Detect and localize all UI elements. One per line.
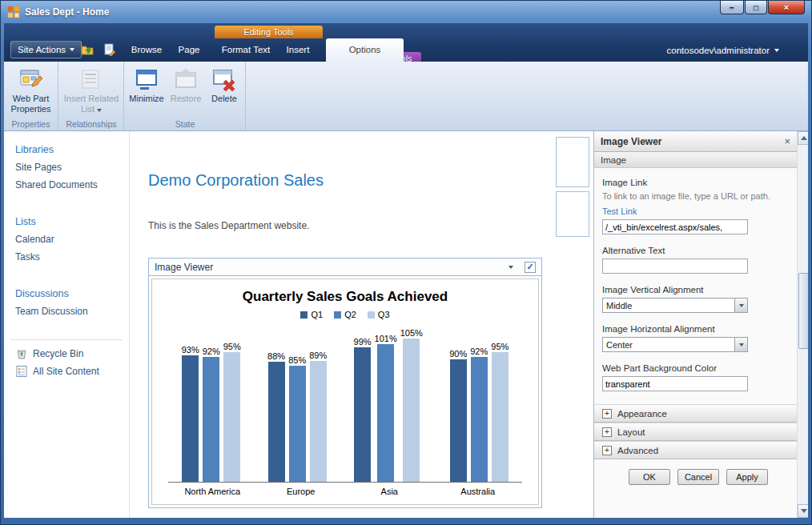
chart-title: Quarterly Sales Goals Achieved	[152, 289, 538, 307]
webpart-header[interactable]: Image Viewer ✓	[148, 258, 542, 276]
empty-web-part-zone[interactable]	[556, 191, 589, 237]
tab-browse[interactable]: Browse	[126, 38, 167, 62]
delete-webpart-button[interactable]: Delete	[206, 63, 243, 106]
webpart-selected-checkbox[interactable]: ✓	[525, 262, 536, 273]
legend-item: Q2	[334, 310, 356, 319]
scroll-up-button[interactable]	[798, 131, 808, 145]
site-actions-menu[interactable]: Site Actions	[10, 41, 82, 58]
bar	[203, 357, 219, 482]
tab-format-text[interactable]: Format Text	[217, 38, 275, 62]
sidebar-item-calendar[interactable]: Calendar	[4, 230, 129, 248]
bar-value-label: 89%	[309, 351, 327, 360]
page-content: Demo Corporation Sales This is the Sales…	[131, 131, 593, 518]
button-label: Insert Related List	[62, 94, 121, 114]
site-content-icon	[15, 365, 28, 378]
tab-page[interactable]: Page	[171, 38, 207, 62]
horizontal-alignment-select[interactable]: Center	[602, 337, 748, 352]
contextual-group-editing-tools: Editing Tools	[215, 26, 323, 38]
image-link-input[interactable]	[602, 219, 748, 234]
bar	[223, 352, 240, 482]
tab-insert[interactable]: Insert	[278, 38, 318, 62]
minimize-webpart-button[interactable]: Minimize	[127, 63, 166, 106]
legend-swatch	[300, 311, 308, 319]
restore-webpart-icon	[173, 66, 199, 92]
bar-group: 88%85%89%	[267, 351, 327, 482]
bar-column: 105%	[400, 328, 423, 482]
minimize-webpart-icon	[134, 66, 159, 92]
apply-button[interactable]: Apply	[726, 469, 768, 485]
minimize-window-button[interactable]: −	[720, 1, 744, 14]
bar	[377, 344, 394, 482]
vertical-alignment-select[interactable]: Middle	[602, 298, 748, 313]
close-icon[interactable]: ×	[784, 135, 790, 147]
sidebar-item-shared-documents[interactable]: Shared Documents	[4, 176, 129, 194]
bar-column: 88%	[267, 351, 285, 482]
sidebar-item-recycle-bin[interactable]: Recycle Bin	[4, 345, 129, 363]
expand-icon: +	[602, 409, 612, 419]
background-color-input[interactable]	[602, 376, 748, 391]
page-title: Demo Corporation Sales	[148, 171, 593, 190]
close-window-button[interactable]: ×	[768, 1, 805, 14]
section-label: Layout	[617, 427, 645, 437]
user-menu[interactable]: contosodev\administrator	[667, 38, 779, 62]
sidebar-header-lists[interactable]: Lists	[4, 213, 129, 230]
cancel-button[interactable]: Cancel	[677, 469, 719, 485]
sidebar-item-tasks[interactable]: Tasks	[4, 248, 129, 266]
bar	[403, 339, 420, 482]
web-part-properties-icon	[18, 66, 44, 92]
maximize-window-button[interactable]: □	[745, 1, 767, 14]
sidebar-item-site-pages[interactable]: Site Pages	[4, 158, 129, 176]
web-part-properties-button[interactable]: Web Part Properties	[6, 63, 56, 115]
alternative-text-input[interactable]	[602, 258, 748, 274]
bar-chart: Quarterly Sales Goals Achieved Q1Q2Q3 93…	[151, 279, 539, 505]
section-advanced[interactable]: + Advanced	[594, 441, 797, 459]
insert-related-list-button[interactable]: Insert Related List	[60, 63, 123, 115]
sidebar-header-discussions[interactable]: Discussions	[4, 285, 129, 303]
tab-options[interactable]: Options	[326, 38, 404, 62]
bar-value-label: 88%	[267, 351, 285, 361]
ok-button[interactable]: OK	[629, 469, 670, 485]
scroll-down-button[interactable]	[798, 504, 808, 518]
background-color-label: Web Part Background Color	[602, 363, 789, 373]
image-link-label: Image Link	[602, 178, 789, 187]
bar	[310, 361, 327, 482]
bar	[289, 366, 306, 482]
vertical-scrollbar[interactable]	[797, 131, 808, 518]
sidebar-header-libraries[interactable]: Libraries	[4, 141, 129, 158]
sidebar-item-label: All Site Content	[33, 363, 99, 380]
select-value: Middle	[606, 301, 632, 311]
sidebar-item-team-discussion[interactable]: Team Discussion	[4, 303, 129, 320]
test-link[interactable]: Test Link	[602, 206, 637, 216]
quick-launch-sidebar: Libraries Site Pages Shared Documents Li…	[4, 131, 130, 518]
ribbon: Web Part Properties Properties Insert Re…	[4, 62, 808, 131]
section-layout[interactable]: + Layout	[594, 423, 797, 441]
app-window: Sales Dept - Home − □ × Editing Tools We…	[0, 0, 812, 525]
vertical-alignment-label: Image Vertical Alignment	[602, 285, 789, 295]
chevron-down-icon	[70, 48, 74, 51]
arrow-down-icon	[801, 509, 807, 513]
section-appearance[interactable]: + Appearance	[594, 404, 797, 423]
bar-value-label: 95%	[223, 342, 241, 351]
bar-value-label: 93%	[182, 345, 199, 355]
empty-web-part-zone[interactable]	[556, 137, 589, 187]
webpart-menu-icon[interactable]	[509, 266, 513, 269]
sidebar-divider	[10, 339, 123, 340]
button-label: Minimize	[129, 94, 163, 104]
bar	[471, 357, 488, 482]
tool-pane-header: Image Viewer ×	[594, 131, 797, 152]
section-image[interactable]: Image	[594, 152, 797, 168]
scrollbar-thumb[interactable]	[798, 273, 808, 349]
expand-icon: +	[602, 427, 612, 437]
navigate-up-icon[interactable]	[81, 43, 94, 56]
bar-group: 90%92%95%	[449, 342, 509, 482]
sidebar-item-all-site-content[interactable]: All Site Content	[4, 363, 129, 380]
chart-categories: North AmericaEuropeAsiaAustralia	[168, 487, 522, 496]
restore-webpart-button[interactable]: Restore	[167, 63, 204, 106]
bar	[492, 352, 509, 482]
recycle-bin-icon	[15, 347, 28, 360]
image-viewer-webpart: Image Viewer ✓ Quarterly Sales Goals Ach…	[148, 258, 542, 508]
site-actions-label: Site Actions	[18, 45, 66, 54]
ribbon-group-label: Relationships	[59, 119, 123, 129]
edit-page-icon[interactable]	[103, 43, 116, 56]
close-icon: ×	[784, 2, 789, 12]
